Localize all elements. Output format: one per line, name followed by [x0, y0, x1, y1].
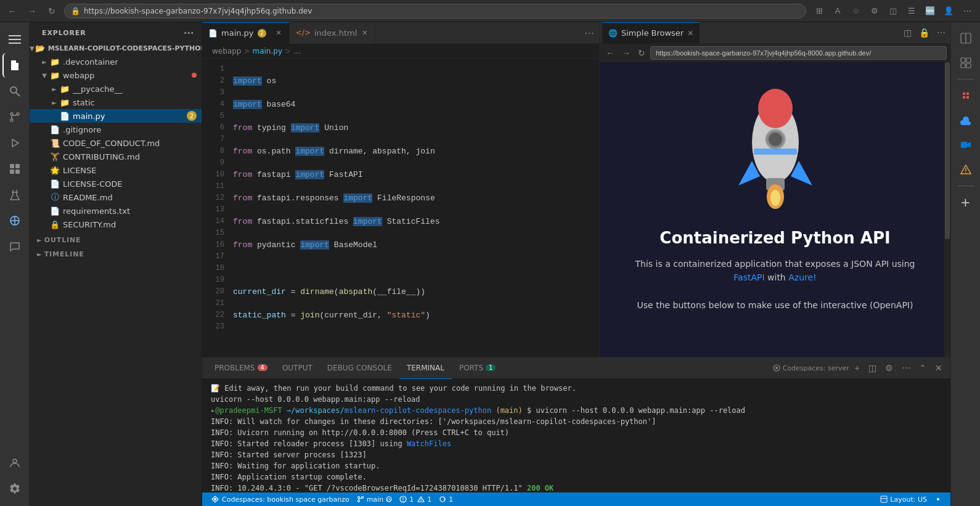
panel-tab-problems[interactable]: PROBLEMS 4	[207, 357, 275, 379]
status-layout[interactable]: Layout: US	[876, 492, 931, 506]
azure-link[interactable]: Azure!	[788, 272, 816, 282]
sb-back-btn[interactable]: ←	[603, 47, 617, 59]
sb-address-input[interactable]	[650, 46, 947, 60]
forward-button[interactable]: →	[25, 4, 39, 18]
right-sidebar: +	[950, 22, 980, 506]
timeline-section[interactable]: ► TIMELINE	[30, 245, 202, 259]
fastapi-link[interactable]: FastAPI	[733, 272, 764, 282]
add-terminal-btn[interactable]: +	[852, 362, 863, 374]
rs-extension-red[interactable]	[955, 84, 977, 107]
code-content[interactable]: import os import base64 from typing impo…	[231, 59, 599, 357]
activity-remote[interactable]	[2, 208, 27, 233]
sidebar-more-icon[interactable]: ⋯	[184, 27, 194, 39]
terminal-line-3: ▸@pradeepmi-MSFT →/workspaces/mslearn-co…	[211, 405, 942, 416]
status-settings[interactable]	[931, 492, 945, 506]
activity-menu[interactable]	[2, 27, 27, 52]
address-bar[interactable]: 🔒 https://bookish-space-garbanzo-97x7jvj…	[64, 4, 806, 18]
settings-icon[interactable]: ⚙	[867, 3, 883, 19]
sidebar-item-requirements[interactable]: ► 📄 requirements.txt	[30, 204, 202, 218]
sidebar-item-webapp[interactable]: ▼ 📁 webapp	[30, 68, 202, 82]
ports-badge: 1	[486, 364, 496, 371]
activity-explorer[interactable]	[2, 53, 27, 78]
rs-add-icon[interactable]: +	[955, 191, 977, 213]
terminal-settings-btn[interactable]: ⚙	[882, 362, 896, 374]
sb-more-icon[interactable]: ⋯	[934, 27, 948, 39]
grid-icon[interactable]: ⊞	[811, 3, 827, 19]
panel-tab-terminal[interactable]: TERMINAL	[399, 357, 452, 379]
terminal-collapse-btn[interactable]: ⌃	[916, 362, 929, 374]
extension-icon[interactable]: 🆕	[922, 3, 938, 19]
panel-tab-ports[interactable]: PORTS 1	[452, 357, 503, 379]
bookmark-icon[interactable]: ☰	[904, 3, 920, 19]
editor-tabs-more[interactable]: ⋯	[579, 27, 599, 39]
activity-source-control[interactable]	[2, 105, 27, 129]
back-button[interactable]: ←	[5, 4, 20, 18]
sidebar-item-static[interactable]: ► 📁 static	[30, 96, 202, 109]
status-codespaces[interactable]: Codespaces: bookish space garbanzo	[207, 492, 353, 506]
svg-point-6	[10, 119, 13, 121]
terminal-kebab-btn[interactable]: ⋯	[899, 362, 913, 374]
activity-search[interactable]	[2, 79, 27, 104]
sidebar-item-license-code[interactable]: ► 📄 LICENSE-CODE	[30, 177, 202, 190]
outline-section[interactable]: ► OUTLINE	[30, 231, 202, 245]
address-text: https://bookish-space-garbanzo-97x7jvj4q…	[84, 7, 312, 15]
activity-manage[interactable]	[2, 476, 27, 501]
sidebar-item-devcontainer[interactable]: ► 📁 .devcontainer	[30, 55, 202, 68]
mainpy-tab-close[interactable]: ✕	[275, 28, 283, 38]
rs-warning-icon[interactable]	[955, 158, 977, 181]
tab-mainpy[interactable]: 📄 main.py 2 ✕	[202, 22, 290, 44]
rs-split-icon[interactable]	[955, 27, 977, 49]
panel-tab-output[interactable]: OUTPUT	[275, 357, 320, 379]
font-icon[interactable]: A	[830, 3, 846, 19]
split-icon[interactable]: ◫	[885, 3, 901, 19]
rs-grid-icon[interactable]	[955, 52, 977, 74]
sb-tabs: 🌐 Simple Browser ✕ ◫ 🔒 ⋯	[600, 22, 950, 44]
sidebar-item-code-of-conduct[interactable]: ► 📜 CODE_OF_CONDUCT.md	[30, 136, 202, 150]
star-icon[interactable]: ☆	[848, 3, 864, 19]
sidebar-item-contributing[interactable]: ► 🏋 CONTRIBUTING.md	[30, 150, 202, 163]
sidebar-item-readme[interactable]: ► ⓘ README.md	[30, 190, 202, 204]
rs-cloud-blue[interactable]	[955, 109, 977, 131]
sb-content: Containerized Python API This is a conta…	[600, 62, 950, 357]
sb-scrollbar-thumb[interactable]	[945, 62, 950, 239]
terminal-body[interactable]: 📝 Edit away, then run your build command…	[202, 379, 950, 492]
status-errors[interactable]: 1 1	[396, 492, 435, 506]
sidebar-item-gitignore[interactable]: ► 📄 .gitignore	[30, 123, 202, 136]
sidebar-item-license[interactable]: ► 🌟 LICENSE	[30, 163, 202, 177]
tab-indexhtml[interactable]: </> index.html ✕	[290, 22, 376, 44]
sb-refresh-btn[interactable]: ↻	[635, 47, 648, 59]
status-sync[interactable]: 1	[435, 492, 457, 506]
sidebar-item-security[interactable]: ► 🔒 SECURITY.md	[30, 218, 202, 231]
sb-split-icon[interactable]: ◫	[901, 27, 914, 39]
split-terminal-btn[interactable]: ◫	[865, 362, 880, 374]
refresh-button[interactable]: ↻	[44, 4, 59, 18]
sb-forward-btn[interactable]: →	[619, 47, 633, 59]
svg-rect-44	[966, 63, 971, 68]
terminal-close-btn[interactable]: ✕	[932, 362, 945, 374]
sb-scrollbar[interactable]	[944, 62, 950, 357]
activity-chat[interactable]	[2, 234, 27, 259]
svg-rect-9	[10, 164, 14, 168]
panel-tab-debug[interactable]: DEBUG CONSOLE	[320, 357, 399, 379]
svg-rect-43	[961, 63, 965, 68]
indexhtml-tab-icon: </>	[296, 28, 311, 37]
rs-outlook-icon[interactable]	[955, 134, 977, 156]
line-numbers: 12345 678910 1112131415 1617181920 21222…	[202, 59, 231, 357]
sidebar-item-pycache[interactable]: ► 📁 __pycache__	[30, 82, 202, 96]
activity-extensions[interactable]	[2, 157, 27, 181]
sidebar-item-mainpy[interactable]: ► 📄 main.py 2	[30, 109, 202, 123]
status-branch[interactable]: main ⟳	[353, 492, 396, 506]
indexhtml-tab-close[interactable]: ✕	[361, 28, 369, 38]
activity-account[interactable]	[2, 451, 27, 475]
sb-close-btn[interactable]: ✕	[687, 29, 693, 38]
sb-tab-active[interactable]: 🌐 Simple Browser ✕	[602, 22, 700, 44]
sb-lock-icon[interactable]: 🔒	[917, 27, 932, 39]
activity-test[interactable]	[2, 182, 27, 207]
sidebar-root-folder[interactable]: ▼ 📂 MSLEARN-COPILOT-CODESPACES-PYTHON [C…	[30, 41, 202, 55]
activity-debug[interactable]	[2, 131, 27, 155]
terminal-line-9: INFO: Application startup complete.	[211, 471, 942, 483]
breadcrumb-bar: webapp > main.py > …	[202, 44, 599, 59]
more-icon[interactable]: ⋯	[959, 3, 975, 19]
mainpy-tab-badge: 2	[258, 29, 266, 38]
user-icon[interactable]: 👤	[941, 3, 957, 19]
